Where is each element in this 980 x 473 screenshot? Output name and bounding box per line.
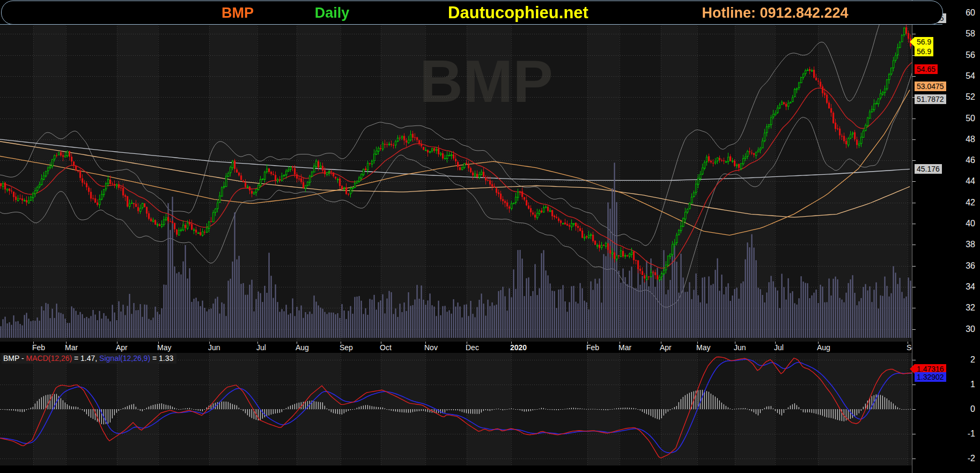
axis-tick-label: 1	[970, 380, 975, 389]
macd-value: = 1.47,	[72, 354, 99, 363]
month-label: Aug	[296, 343, 309, 352]
axis-tick-mark	[912, 34, 916, 34]
month-label: May	[157, 343, 171, 352]
month-label: Jul	[256, 343, 266, 352]
axis-tick-label: 30	[966, 324, 975, 334]
axis-tick-mark	[912, 459, 916, 459]
month-label: Sep	[340, 343, 353, 352]
axis-tick-mark	[912, 224, 916, 224]
month-label: May	[696, 343, 710, 352]
hotline-label: Hotline: 0912.842.224	[702, 4, 848, 21]
price-badge: 56.9	[915, 37, 933, 47]
axis-tick-mark	[912, 329, 916, 330]
macd-indicator-label: BMP - MACD(12,26) = 1.47, Signal(12,26,9…	[2, 353, 176, 364]
axis-tick-mark	[912, 76, 916, 77]
site-name-label: Dautucophieu.net	[448, 3, 588, 23]
axis-tick-label: 60	[966, 8, 975, 18]
axis-tick-label: 58	[966, 29, 975, 39]
month-label: Feb	[32, 343, 45, 352]
axis-tick-mark	[912, 360, 916, 360]
axis-tick-label: 42	[966, 198, 975, 208]
month-label: Mar	[618, 343, 631, 352]
axis-tick-label: 50	[966, 114, 975, 123]
price-chart-canvas[interactable]	[0, 24, 912, 342]
axis-tick-label: 38	[966, 240, 975, 249]
axis-tick-mark	[912, 160, 916, 161]
macd-label-prefix: BMP -	[3, 354, 26, 363]
month-label: Aug	[817, 343, 830, 352]
signal-value: = 1.33	[150, 354, 173, 363]
axis-tick-mark	[912, 308, 916, 308]
price-badge: 56.9	[915, 47, 933, 56]
timeframe-label: Daily	[315, 4, 350, 21]
chart-window: BMP Daily Dautucophieu.net Hotline: 0912…	[0, 0, 980, 473]
header-bar: BMP Daily Dautucophieu.net Hotline: 0912…	[1, 1, 943, 25]
month-label: Dec	[466, 343, 479, 352]
axis-tick-label: -2	[968, 454, 975, 463]
macd-chart-canvas[interactable]	[0, 353, 912, 465]
axis-tick-label: 36	[966, 261, 975, 271]
month-label: Oct	[380, 343, 392, 352]
axis-tick-label: 48	[966, 135, 975, 144]
price-axis: 60585654525048464442403836343230210-1-25…	[912, 0, 980, 473]
axis-tick-mark	[912, 266, 916, 267]
axis-tick-label: 32	[966, 303, 975, 313]
price-badge: 45.176	[915, 164, 942, 174]
axis-tick-mark	[912, 385, 916, 385]
axis-tick-label: 34	[966, 282, 975, 292]
axis-tick-label: 44	[966, 176, 975, 186]
axis-tick-mark	[912, 181, 916, 182]
axis-tick-mark	[912, 245, 916, 245]
month-label: Mar	[65, 343, 78, 352]
axis-tick-label: -1	[968, 429, 975, 439]
symbol-label: BMP	[222, 4, 254, 21]
signal-name: Signal(12,26,9)	[99, 354, 150, 363]
axis-tick-label: 56	[966, 50, 975, 60]
axis-tick-mark	[912, 119, 916, 119]
axis-tick-mark	[912, 139, 916, 140]
axis-tick-mark	[912, 203, 916, 203]
month-label: Jun	[208, 343, 220, 352]
axis-tick-label: 46	[966, 156, 975, 165]
macd-badge: 1.32902	[915, 372, 946, 382]
axis-tick-label: 0	[970, 404, 975, 414]
axis-tick-mark	[912, 409, 916, 410]
price-badge: 54.65	[915, 64, 938, 74]
month-label: Feb	[586, 343, 599, 352]
month-label: Apr	[660, 343, 672, 352]
price-badge: 53.0475	[915, 82, 946, 91]
axis-tick-label: 52	[966, 92, 975, 102]
axis-tick-label: 2	[970, 355, 975, 365]
axis-tick-label: 54	[966, 71, 975, 81]
time-axis: FebMarAprMayJunJulAugSepOctNovDec2020Feb…	[0, 342, 912, 353]
axis-tick-mark	[912, 287, 916, 287]
month-label: 2020	[510, 343, 527, 352]
axis-tick-mark	[912, 434, 916, 434]
month-label: Nov	[424, 343, 438, 352]
macd-name: MACD(12,26)	[26, 354, 72, 363]
month-label: Jul	[774, 343, 784, 352]
badge-arrow-icon	[910, 364, 915, 374]
month-label: Apr	[116, 343, 128, 352]
badge-arrow-icon	[910, 37, 915, 47]
month-label: Jun	[734, 343, 746, 352]
price-badge: 51.7872	[915, 94, 946, 104]
axis-tick-label: 40	[966, 219, 975, 228]
